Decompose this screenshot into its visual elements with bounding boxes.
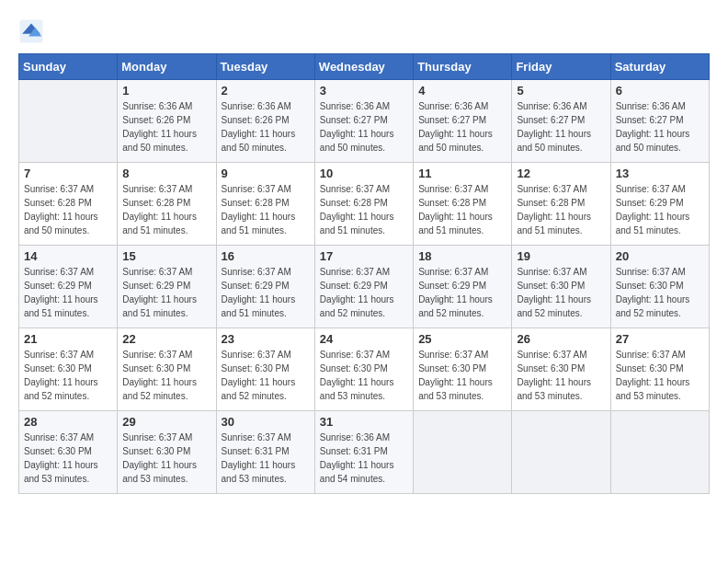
sunrise-text: Sunrise: 6:36 AM	[320, 431, 408, 444]
daylight-text: Daylight: 11 hoursand 52 minutes.	[222, 375, 310, 403]
calendar-week-row: 28Sunrise: 6:37 AMSunset: 6:30 PMDayligh…	[19, 411, 710, 494]
day-number: 8	[122, 167, 210, 180]
calendar-day-cell	[512, 411, 610, 494]
daylight-text: Daylight: 11 hoursand 50 minutes.	[616, 127, 704, 155]
sunset-text: Sunset: 6:27 PM	[320, 113, 408, 127]
sunset-text: Sunset: 6:29 PM	[320, 279, 408, 293]
sunrise-text: Sunrise: 6:37 AM	[517, 265, 605, 279]
sunset-text: Sunset: 6:30 PM	[418, 362, 506, 375]
daylight-text: Daylight: 11 hoursand 52 minutes.	[616, 293, 704, 320]
calendar-header-row: SundayMondayTuesdayWednesdayThursdayFrid…	[19, 54, 710, 80]
calendar-day-cell: 15Sunrise: 6:37 AMSunset: 6:29 PMDayligh…	[118, 246, 216, 328]
calendar-day-cell: 5Sunrise: 6:36 AMSunset: 6:27 PMDaylight…	[512, 80, 610, 163]
daylight-text: Daylight: 11 hoursand 52 minutes.	[517, 293, 605, 320]
calendar-week-row: 21Sunrise: 6:37 AMSunset: 6:30 PMDayligh…	[19, 328, 710, 411]
daylight-text: Daylight: 11 hoursand 53 minutes.	[320, 375, 408, 403]
calendar-day-cell: 21Sunrise: 6:37 AMSunset: 6:30 PMDayligh…	[19, 328, 118, 411]
day-number: 19	[517, 249, 605, 263]
day-number: 16	[222, 249, 310, 263]
day-number: 12	[517, 167, 605, 180]
day-info: Sunrise: 6:36 AMSunset: 6:27 PMDaylight:…	[616, 99, 704, 155]
sunrise-text: Sunrise: 6:37 AM	[517, 348, 605, 362]
day-number: 14	[24, 249, 112, 263]
day-info: Sunrise: 6:37 AMSunset: 6:30 PMDaylight:…	[517, 265, 605, 320]
sunset-text: Sunset: 6:26 PM	[122, 113, 210, 127]
daylight-text: Daylight: 11 hoursand 53 minutes.	[616, 375, 704, 403]
sunrise-text: Sunrise: 6:37 AM	[122, 182, 210, 196]
day-info: Sunrise: 6:37 AMSunset: 6:29 PMDaylight:…	[222, 265, 310, 320]
sunset-text: Sunset: 6:28 PM	[122, 196, 210, 210]
day-of-week-header: Monday	[118, 54, 216, 80]
sunrise-text: Sunrise: 6:37 AM	[320, 265, 408, 279]
calendar-day-cell: 2Sunrise: 6:36 AMSunset: 6:26 PMDaylight…	[216, 80, 314, 163]
daylight-text: Daylight: 11 hoursand 51 minutes.	[222, 210, 310, 237]
daylight-text: Daylight: 11 hoursand 52 minutes.	[418, 293, 506, 320]
day-info: Sunrise: 6:37 AMSunset: 6:30 PMDaylight:…	[418, 348, 506, 403]
day-info: Sunrise: 6:37 AMSunset: 6:30 PMDaylight:…	[122, 431, 210, 486]
sunset-text: Sunset: 6:29 PM	[222, 279, 310, 293]
daylight-text: Daylight: 11 hoursand 53 minutes.	[418, 375, 506, 403]
daylight-text: Daylight: 11 hoursand 53 minutes.	[24, 458, 112, 486]
sunrise-text: Sunrise: 6:37 AM	[517, 182, 605, 196]
sunset-text: Sunset: 6:30 PM	[517, 362, 605, 375]
sunrise-text: Sunrise: 6:37 AM	[122, 348, 210, 362]
sunset-text: Sunset: 6:30 PM	[122, 444, 210, 458]
day-info: Sunrise: 6:37 AMSunset: 6:28 PMDaylight:…	[122, 182, 210, 237]
daylight-text: Daylight: 11 hoursand 51 minutes.	[616, 210, 704, 237]
sunrise-text: Sunrise: 6:36 AM	[320, 99, 408, 113]
day-info: Sunrise: 6:37 AMSunset: 6:30 PMDaylight:…	[320, 348, 408, 403]
day-number: 13	[616, 167, 704, 180]
calendar-day-cell: 17Sunrise: 6:37 AMSunset: 6:29 PMDayligh…	[314, 246, 413, 328]
sunrise-text: Sunrise: 6:37 AM	[616, 265, 704, 279]
sunset-text: Sunset: 6:28 PM	[24, 196, 112, 210]
calendar-day-cell: 31Sunrise: 6:36 AMSunset: 6:31 PMDayligh…	[314, 411, 413, 494]
sunrise-text: Sunrise: 6:37 AM	[24, 265, 112, 279]
sunrise-text: Sunrise: 6:37 AM	[418, 182, 506, 196]
sunset-text: Sunset: 6:29 PM	[24, 279, 112, 293]
daylight-text: Daylight: 11 hoursand 50 minutes.	[517, 127, 605, 155]
calendar-day-cell: 30Sunrise: 6:37 AMSunset: 6:31 PMDayligh…	[216, 411, 314, 494]
day-number: 25	[418, 332, 506, 346]
daylight-text: Daylight: 11 hoursand 50 minutes.	[222, 127, 310, 155]
day-number: 6	[616, 84, 704, 98]
calendar-week-row: 14Sunrise: 6:37 AMSunset: 6:29 PMDayligh…	[19, 246, 710, 328]
sunset-text: Sunset: 6:28 PM	[517, 196, 605, 210]
day-number: 7	[24, 167, 112, 180]
calendar-day-cell: 18Sunrise: 6:37 AMSunset: 6:29 PMDayligh…	[414, 246, 512, 328]
day-number: 15	[122, 249, 210, 263]
day-info: Sunrise: 6:37 AMSunset: 6:29 PMDaylight:…	[122, 265, 210, 320]
day-number: 27	[616, 332, 704, 346]
daylight-text: Daylight: 11 hoursand 53 minutes.	[122, 458, 210, 486]
sunrise-text: Sunrise: 6:37 AM	[122, 265, 210, 279]
sunset-text: Sunset: 6:29 PM	[616, 196, 704, 210]
calendar-day-cell: 6Sunrise: 6:36 AMSunset: 6:27 PMDaylight…	[610, 80, 709, 163]
sunrise-text: Sunrise: 6:37 AM	[24, 182, 112, 196]
sunrise-text: Sunrise: 6:37 AM	[418, 348, 506, 362]
daylight-text: Daylight: 11 hoursand 50 minutes.	[122, 127, 210, 155]
day-info: Sunrise: 6:37 AMSunset: 6:30 PMDaylight:…	[517, 348, 605, 403]
day-info: Sunrise: 6:37 AMSunset: 6:28 PMDaylight:…	[222, 182, 310, 237]
sunset-text: Sunset: 6:27 PM	[517, 113, 605, 127]
daylight-text: Daylight: 11 hoursand 50 minutes.	[24, 210, 112, 237]
daylight-text: Daylight: 11 hoursand 53 minutes.	[222, 458, 310, 486]
calendar-day-cell: 7Sunrise: 6:37 AMSunset: 6:28 PMDaylight…	[19, 163, 118, 246]
day-of-week-header: Tuesday	[216, 54, 314, 80]
calendar-day-cell: 13Sunrise: 6:37 AMSunset: 6:29 PMDayligh…	[610, 163, 709, 246]
day-info: Sunrise: 6:36 AMSunset: 6:26 PMDaylight:…	[222, 99, 310, 155]
calendar-week-row: 1Sunrise: 6:36 AMSunset: 6:26 PMDaylight…	[19, 80, 710, 163]
day-info: Sunrise: 6:37 AMSunset: 6:29 PMDaylight:…	[24, 265, 112, 320]
calendar-day-cell: 1Sunrise: 6:36 AMSunset: 6:26 PMDaylight…	[118, 80, 216, 163]
day-info: Sunrise: 6:37 AMSunset: 6:28 PMDaylight:…	[24, 182, 112, 237]
page-header	[18, 18, 710, 44]
day-info: Sunrise: 6:36 AMSunset: 6:27 PMDaylight:…	[320, 99, 408, 155]
day-info: Sunrise: 6:36 AMSunset: 6:26 PMDaylight:…	[122, 99, 210, 155]
sunrise-text: Sunrise: 6:37 AM	[418, 265, 506, 279]
day-number: 20	[616, 249, 704, 263]
daylight-text: Daylight: 11 hoursand 51 minutes.	[320, 210, 408, 237]
logo	[18, 18, 48, 44]
calendar-day-cell	[19, 80, 118, 163]
daylight-text: Daylight: 11 hoursand 52 minutes.	[122, 375, 210, 403]
day-number: 23	[222, 332, 310, 346]
sunrise-text: Sunrise: 6:37 AM	[222, 182, 310, 196]
day-number: 28	[24, 415, 112, 429]
